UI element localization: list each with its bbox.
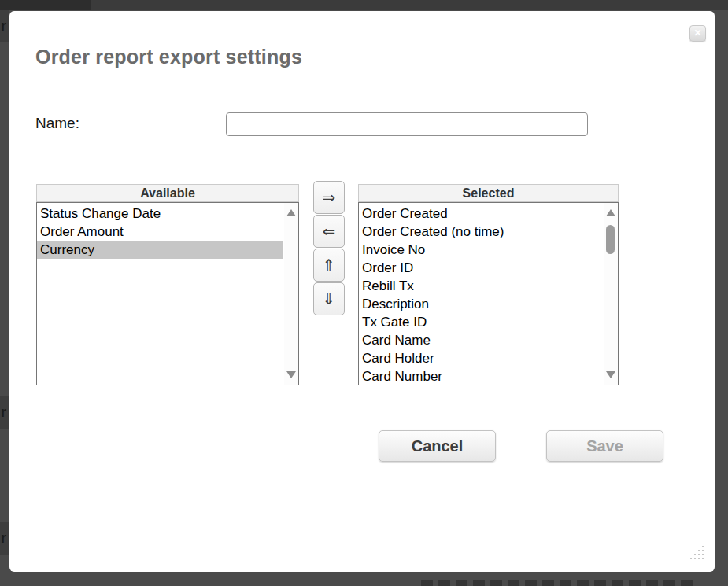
name-row: Name: <box>35 112 689 136</box>
selected-listbox[interactable]: Order CreatedOrder Created (no time)Invo… <box>358 202 619 385</box>
backdrop-top-strip-dark <box>0 0 91 10</box>
underlying-page-clipped-text <box>421 580 695 586</box>
move-right-button[interactable]: ⇒ <box>313 181 345 214</box>
move-up-button[interactable]: ⇑ <box>313 249 345 282</box>
close-icon: ✕ <box>693 28 701 39</box>
dialog-title: Order report export settings <box>35 46 302 68</box>
scroll-up-icon[interactable] <box>286 209 296 216</box>
available-scrollbar[interactable] <box>284 203 298 385</box>
available-listbox[interactable]: Status Change DateOrder AmountCurrency <box>36 202 299 385</box>
name-input[interactable] <box>226 112 588 136</box>
list-item[interactable]: Currency <box>37 241 283 259</box>
list-item[interactable]: Card Number <box>359 367 603 385</box>
list-item[interactable]: Description <box>359 295 603 313</box>
list-item[interactable]: Order ID <box>359 259 603 277</box>
close-button[interactable]: ✕ <box>689 25 706 42</box>
backdrop-top-strip <box>0 0 728 10</box>
scroll-down-icon[interactable] <box>606 371 615 378</box>
resize-grip-icon[interactable] <box>690 546 706 562</box>
list-item[interactable]: Order Created (no time) <box>359 223 603 241</box>
list-item[interactable]: Order Amount <box>37 223 283 241</box>
list-item[interactable]: Card Name <box>359 331 603 349</box>
list-item[interactable]: Status Change Date <box>37 205 283 223</box>
move-left-button[interactable]: ⇐ <box>313 215 345 248</box>
grip-dots <box>690 546 692 547</box>
name-label: Name: <box>35 115 79 132</box>
selected-list-header: Selected <box>358 184 619 202</box>
scroll-down-icon[interactable] <box>286 371 296 378</box>
list-item[interactable]: Card Holder <box>359 349 603 367</box>
list-item[interactable]: Rebill Tx <box>359 277 603 295</box>
selected-scrollbar[interactable] <box>604 203 618 385</box>
available-list-header: Available <box>36 184 299 202</box>
list-item[interactable]: Order Created <box>359 205 603 223</box>
export-settings-dialog: ✕ Order report export settings Name: Ava… <box>9 11 715 572</box>
cancel-button[interactable]: Cancel <box>379 430 496 462</box>
underlying-page-fragment: r <box>0 396 9 429</box>
underlying-page-fragment: r <box>0 10 9 42</box>
scroll-up-icon[interactable] <box>606 209 615 216</box>
move-down-button[interactable]: ⇓ <box>313 282 345 315</box>
scroll-thumb[interactable] <box>606 225 615 254</box>
list-item[interactable]: Tx Gate ID <box>359 313 603 331</box>
list-item[interactable]: Invoice No <box>359 241 603 259</box>
save-button[interactable]: Save <box>546 430 663 462</box>
underlying-page-fragment: r <box>0 522 9 555</box>
